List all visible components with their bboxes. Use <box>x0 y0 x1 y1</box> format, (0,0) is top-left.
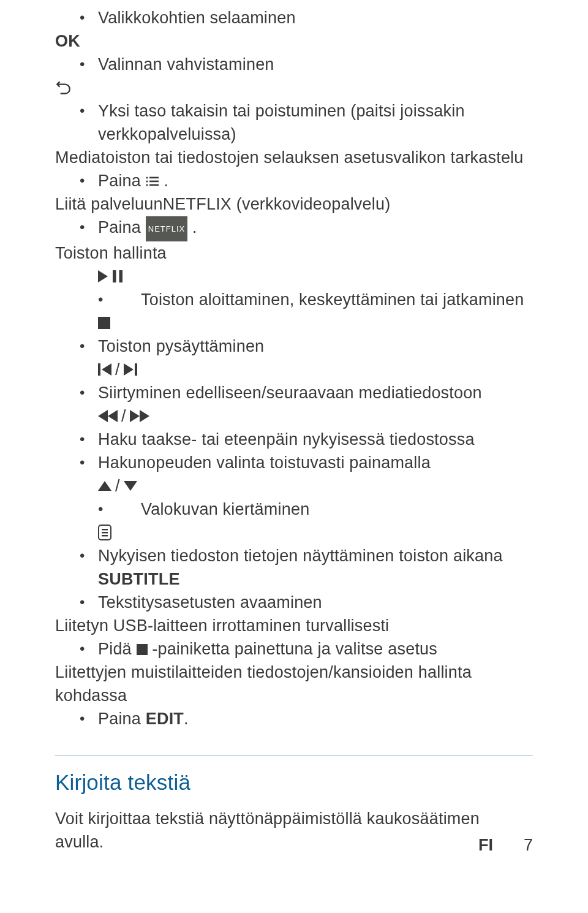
info-icon-row <box>55 521 533 544</box>
slash-1: / <box>115 358 120 381</box>
edit-label: EDIT <box>146 710 184 728</box>
list-menu-icon <box>146 176 159 187</box>
svg-rect-9 <box>98 363 100 376</box>
skip-prev-icon <box>98 363 111 376</box>
svg-point-2 <box>146 184 148 186</box>
bullet-subtitle-action: Tekstitysasetusten avaaminen <box>55 591 533 614</box>
page-footer: FI 7 <box>478 836 533 855</box>
skip-next-icon <box>124 363 137 376</box>
stop-icon-row <box>55 311 533 335</box>
stop-icon <box>98 317 110 329</box>
bullet-prev-next: Siirtyminen edelliseen/seuraavaan mediat… <box>55 381 533 404</box>
rewind-icon <box>98 410 118 422</box>
bullet-info: Nykyisen tiedoston tietojen näyttäminen … <box>55 544 533 567</box>
svg-rect-4 <box>149 181 159 183</box>
bullet-back-one: Yksi taso takaisin tai poistuminen (pait… <box>55 99 533 146</box>
svg-rect-15 <box>137 644 148 655</box>
netflix-badge-icon: NETFLIX <box>146 216 187 241</box>
svg-rect-14 <box>102 535 108 536</box>
section-divider <box>55 755 533 756</box>
stop-icon-inline <box>137 644 148 655</box>
svg-rect-3 <box>149 177 159 179</box>
up-triangle-icon <box>98 481 111 491</box>
heading-storage-manage: Liitettyjen muistilaitteiden tiedostojen… <box>55 661 533 707</box>
netflix-heading-c: (verkkovideopalvelu) <box>232 195 390 213</box>
heading-netflix: Liitä palveluunNETFLIX (verkkovideopalve… <box>55 192 533 216</box>
press-dot: . <box>164 172 168 190</box>
bullet-play-pause: Toiston aloittaminen, keskeyttäminen tai… <box>55 288 533 311</box>
hold-b: -painiketta painettuna ja valitse asetus <box>152 640 437 658</box>
label-subtitle: SUBTITLE <box>55 567 533 591</box>
press-dot-2: . <box>192 218 197 237</box>
svg-point-1 <box>146 180 148 182</box>
label-ok: OK <box>55 29 533 53</box>
press-text-3: Paina <box>98 710 146 728</box>
manual-page: Valikkokohtien selaaminen OK Valinnan va… <box>0 0 588 913</box>
slash-2: / <box>121 404 126 428</box>
edit-dot: . <box>184 710 189 728</box>
svg-rect-10 <box>135 363 137 376</box>
bullet-confirm: Valinnan vahvistaminen <box>55 53 533 76</box>
svg-rect-13 <box>102 532 108 533</box>
footer-lang: FI <box>478 836 493 855</box>
back-arrow-icon <box>55 80 71 96</box>
netflix-heading-b: NETFLIX <box>163 195 232 213</box>
up-down-icon-row: / <box>55 474 533 498</box>
seek-icon-row: / <box>55 404 533 428</box>
svg-rect-5 <box>149 184 159 186</box>
fast-forward-icon <box>130 410 149 422</box>
heading-media-settings: Mediatoiston tai tiedostojen selauksen a… <box>55 146 533 169</box>
section-title: Kirjoita tekstiä <box>55 770 533 795</box>
svg-rect-8 <box>98 317 110 329</box>
svg-point-0 <box>146 176 148 178</box>
bullet-seek: Haku taakse- tai eteenpäin nykyisessä ti… <box>55 428 533 451</box>
info-box-icon <box>98 525 111 540</box>
svg-rect-7 <box>119 270 123 282</box>
press-text: Paina <box>98 172 146 190</box>
footer-page-number: 7 <box>524 836 533 855</box>
down-triangle-icon <box>124 481 137 491</box>
svg-rect-6 <box>113 270 116 282</box>
slash-3: / <box>115 474 120 498</box>
play-pause-icon-row <box>55 265 533 288</box>
bullet-browse: Valikkokohtien selaaminen <box>55 6 533 29</box>
prev-next-icon-row: / <box>55 358 533 381</box>
bullet-rotate: Valokuvan kiertäminen <box>55 498 533 521</box>
press-text-2: Paina <box>98 218 146 237</box>
netflix-heading-a: Liitä palveluun <box>55 195 163 213</box>
section-body: Voit kirjoittaa tekstiä näyttönäppäimist… <box>55 807 533 854</box>
bullet-stop: Toiston pysäyttäminen <box>55 335 533 358</box>
bullet-hold-stop: Pidä -painiketta painettuna ja valitse a… <box>55 637 533 661</box>
bullet-press-list: Paina . <box>55 169 533 192</box>
bullet-press-edit: Paina EDIT. <box>55 707 533 730</box>
svg-rect-12 <box>102 529 108 530</box>
hold-a: Pidä <box>98 640 137 658</box>
back-icon-row <box>55 76 533 99</box>
bullet-seek-speed: Hakunopeuden valinta toistuvasti painama… <box>55 451 533 474</box>
pause-icon <box>113 270 123 282</box>
heading-usb-safe-remove: Liitetyn USB-laitteen irrottaminen turva… <box>55 614 533 637</box>
play-icon <box>98 270 109 282</box>
bullet-press-netflix: Paina NETFLIX . <box>55 216 533 241</box>
heading-playback-control: Toiston hallinta <box>55 241 533 265</box>
